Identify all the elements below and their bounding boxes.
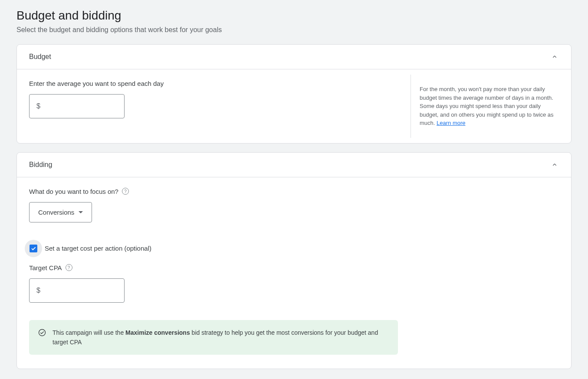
- focus-dropdown[interactable]: Conversions: [29, 202, 92, 222]
- budget-label: Enter the average you want to spend each…: [29, 80, 398, 87]
- check-circle-icon: [38, 328, 46, 337]
- help-icon[interactable]: ?: [122, 188, 129, 195]
- target-cpa-input-wrapper[interactable]: $: [29, 278, 125, 303]
- budget-input-wrapper[interactable]: $: [29, 94, 125, 118]
- page-title: Budget and bidding: [16, 9, 572, 23]
- target-cpa-input[interactable]: [44, 287, 126, 294]
- budget-card-header[interactable]: Budget: [17, 45, 571, 69]
- bidding-card-header[interactable]: Bidding: [17, 153, 571, 177]
- focus-question: What do you want to focus on?: [29, 188, 118, 195]
- help-icon[interactable]: ?: [66, 264, 72, 271]
- banner-prefix: This campaign will use the: [53, 329, 125, 336]
- budget-help-text: For the month, you won't pay more than y…: [411, 75, 571, 138]
- budget-input[interactable]: [44, 103, 126, 110]
- currency-symbol: $: [36, 287, 40, 294]
- chevron-up-icon: [550, 160, 559, 169]
- page-subtitle: Select the budget and bidding options th…: [16, 26, 572, 34]
- currency-symbol: $: [36, 102, 40, 110]
- banner-strong: Maximize conversions: [125, 329, 190, 336]
- bidding-header-title: Bidding: [29, 161, 52, 169]
- target-cpa-checkbox[interactable]: [30, 245, 37, 252]
- checkbox-ripple: [25, 240, 42, 257]
- budget-header-title: Budget: [29, 53, 51, 61]
- budget-card: Budget Enter the average you want to spe…: [16, 44, 572, 144]
- target-cpa-label: Target CPA: [29, 264, 62, 271]
- svg-point-0: [39, 329, 46, 336]
- target-cpa-checkbox-label: Set a target cost per action (optional): [45, 245, 151, 252]
- dropdown-arrow-icon: [79, 211, 83, 213]
- focus-selected-value: Conversions: [38, 209, 74, 216]
- banner-text: This campaign will use the Maximize conv…: [53, 328, 389, 347]
- bidding-card: Bidding What do you want to focus on? ? …: [16, 152, 572, 369]
- strategy-info-banner: This campaign will use the Maximize conv…: [29, 320, 398, 355]
- learn-more-link[interactable]: Learn more: [437, 120, 465, 126]
- chevron-up-icon: [550, 52, 559, 61]
